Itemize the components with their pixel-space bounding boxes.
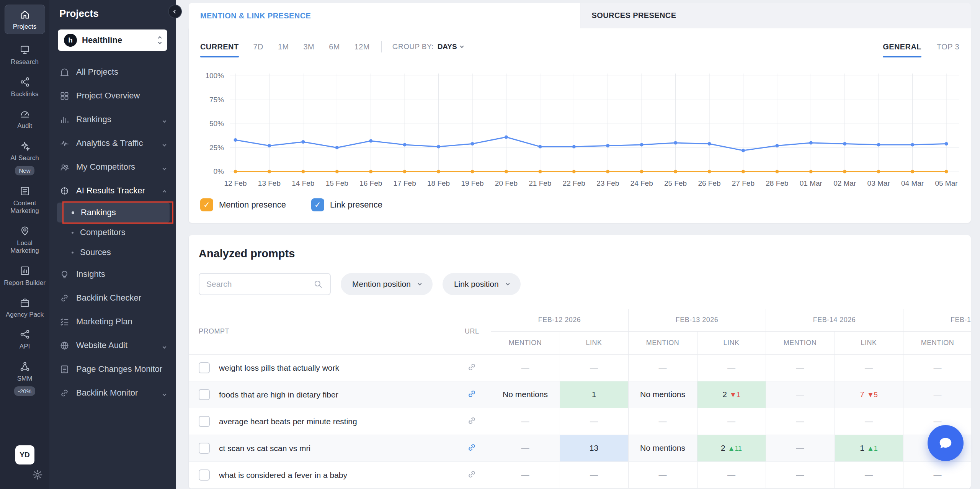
sidebar-item-project-overview[interactable]: Project Overview xyxy=(49,84,176,108)
range-tabs: CURRENT7D1M3M6M12M xyxy=(200,43,370,51)
sidebar-menu: All ProjectsProject OverviewRankingsAnal… xyxy=(49,60,176,405)
sidebar-item-all-projects[interactable]: All Projects xyxy=(49,60,176,84)
user-avatar[interactable]: YD xyxy=(15,445,34,464)
tab-mention-link-presence[interactable]: MENTION & LINK PRESENCE xyxy=(189,3,580,28)
rail-item-smm[interactable]: SMM-20% xyxy=(2,361,47,396)
view-tabs: GENERALTOP 3 xyxy=(883,43,959,51)
presence-chart-area: 0%25%50%75%100% xyxy=(200,72,959,175)
position-value: 1 xyxy=(592,390,596,399)
divider xyxy=(381,41,382,52)
sidebar-collapse-button[interactable] xyxy=(168,5,182,18)
range-3m[interactable]: 3M xyxy=(304,43,315,51)
range-12m[interactable]: 12M xyxy=(354,43,370,51)
presence-cell: — xyxy=(766,408,835,435)
rail-item-research[interactable]: Research xyxy=(2,44,47,66)
sidebar-item-backlink-monitor[interactable]: Backlink Monitor xyxy=(49,381,176,405)
presence-cell: — xyxy=(903,354,971,381)
row-checkbox[interactable] xyxy=(199,389,210,400)
annotation-highlight xyxy=(62,201,173,224)
rail-bottom: YD xyxy=(2,445,47,482)
search-input[interactable] xyxy=(206,280,309,289)
range-7d[interactable]: 7D xyxy=(253,43,263,51)
row-checkbox[interactable] xyxy=(199,416,210,427)
x-axis-tick: 04 Mar xyxy=(901,179,924,188)
view-top-3[interactable]: TOP 3 xyxy=(937,43,959,51)
ai-search-icon xyxy=(19,140,31,152)
sidebar-item-label: AI Results Tracker xyxy=(76,186,145,196)
bullet-icon xyxy=(72,211,74,214)
col-link: LINK xyxy=(835,331,903,354)
sidebar-item-my-competitors[interactable]: My Competitors xyxy=(49,155,176,179)
rail-item-backlinks[interactable]: Backlinks xyxy=(2,76,47,98)
marketing-plan-icon xyxy=(59,317,70,327)
sidebar-item-label: Marketing Plan xyxy=(76,317,132,327)
empty-value: — xyxy=(521,443,529,452)
legend-checkbox[interactable]: ✓ xyxy=(311,198,324,211)
sidebar-item-marketing-plan[interactable]: Marketing Plan xyxy=(49,310,176,334)
presence-cell: — xyxy=(697,408,766,435)
bullet-icon xyxy=(72,252,74,253)
row-checkbox[interactable] xyxy=(199,362,210,373)
sidebar-item-analytics-traffic[interactable]: Analytics & Traffic xyxy=(49,131,176,155)
rail-item-api[interactable]: API xyxy=(2,329,47,350)
presence-cell: — xyxy=(491,435,560,461)
sidebar-item-website-audit[interactable]: Website Audit xyxy=(49,334,176,357)
sidebar-subitem-ai-results-tracker-sources[interactable]: Sources xyxy=(57,242,170,262)
presence-cell: — xyxy=(628,408,697,435)
filter-link-position[interactable]: Link position xyxy=(443,273,521,295)
presence-cell: — xyxy=(628,461,697,488)
ai-tracker-icon xyxy=(59,186,70,196)
range-6m[interactable]: 6M xyxy=(329,43,340,51)
filter-label: Mention position xyxy=(352,280,411,289)
rail-item-ai-search[interactable]: AI SearchNew xyxy=(2,140,47,175)
rail-item-projects[interactable]: Projects xyxy=(5,5,45,34)
x-axis-tick: 25 Feb xyxy=(664,179,687,188)
sidebar-item-page-changes-monitor[interactable]: Page Changes Monitor xyxy=(49,357,176,381)
website-audit-icon xyxy=(59,340,70,351)
sidebar-item-backlink-checker[interactable]: Backlink Checker xyxy=(49,286,176,310)
presence-cell: — xyxy=(628,354,697,381)
sidebar-subitem-ai-results-tracker-competitors[interactable]: Competitors xyxy=(57,222,170,242)
rail-item-local-marketing[interactable]: Local Marketing xyxy=(2,225,47,255)
row-checkbox[interactable] xyxy=(199,443,210,454)
x-axis-tick: 17 Feb xyxy=(394,179,416,188)
tab-sources-presence[interactable]: SOURCES PRESENCE xyxy=(580,3,971,28)
project-selector[interactable]: h Healthline xyxy=(58,29,167,51)
sidebar-item-rankings[interactable]: Rankings xyxy=(49,108,176,131)
chat-launcher-button[interactable] xyxy=(928,425,964,461)
sidebar-item-insights[interactable]: Insights xyxy=(49,262,176,286)
sidebar-item-ai-results-tracker[interactable]: AI Results Tracker xyxy=(49,179,176,203)
row-checkbox[interactable] xyxy=(199,469,210,481)
col-link: LINK xyxy=(560,331,628,354)
tab-label: MENTION & LINK PRESENCE xyxy=(200,11,311,20)
gear-icon xyxy=(32,469,43,481)
backlink-monitor-icon xyxy=(59,388,70,398)
url-link-icon[interactable] xyxy=(453,461,491,488)
rail-item-agency-pack[interactable]: Agency Pack xyxy=(2,297,47,319)
x-axis-tick: 26 Feb xyxy=(698,179,720,188)
rail-item-label: Research xyxy=(11,58,39,66)
tab-label: SOURCES PRESENCE xyxy=(592,11,676,20)
rail-item-content-marketing[interactable]: Content Marketing xyxy=(2,185,47,215)
chevron-up-icon xyxy=(163,186,166,196)
url-link-icon[interactable] xyxy=(453,408,491,435)
sidebar-item-label: My Competitors xyxy=(76,162,135,172)
group-by-select[interactable]: DAYS xyxy=(438,43,463,51)
prompt-cell: weight loss pills that actually work xyxy=(189,354,453,381)
presence-cell: 2▼1 xyxy=(697,381,766,408)
rail-item-report-builder[interactable]: Report Builder xyxy=(2,265,47,287)
url-link-icon[interactable] xyxy=(453,435,491,461)
presence-body: CURRENT7D1M3M6M12M GROUP BY: DAYS GENERA… xyxy=(189,28,971,223)
range-1m[interactable]: 1M xyxy=(278,43,289,51)
view-general[interactable]: GENERAL xyxy=(883,43,921,51)
legend-checkbox[interactable]: ✓ xyxy=(200,198,213,211)
url-link-icon[interactable] xyxy=(453,381,491,408)
filter-mention-position[interactable]: Mention position xyxy=(341,273,433,295)
prompt-text: what is considered a fever in a baby xyxy=(219,470,347,479)
sidebar-subitem-ai-results-tracker-rankings[interactable]: Rankings xyxy=(57,203,170,222)
url-link-icon[interactable] xyxy=(453,354,491,381)
rail-item-audit[interactable]: Audit xyxy=(2,108,47,130)
settings-gear-button[interactable] xyxy=(32,469,43,482)
empty-value: — xyxy=(796,390,804,399)
range-current[interactable]: CURRENT xyxy=(200,43,239,51)
